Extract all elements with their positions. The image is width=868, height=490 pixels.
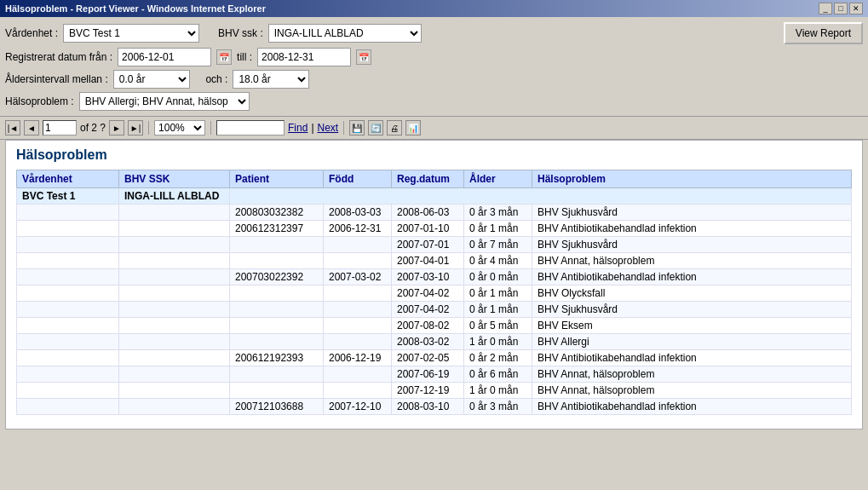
close-button[interactable]: ✕ xyxy=(849,3,863,14)
cell-fodd xyxy=(324,285,392,302)
calendar-from-icon[interactable]: 📅 xyxy=(216,49,232,65)
cell-regdatum: 2007-12-19 xyxy=(392,383,464,399)
bhvssk-select[interactable]: INGA-LILL ALBLAD xyxy=(268,24,422,43)
report-table: Vårdenhet BHV SSK Patient Född Reg.datum… xyxy=(16,170,852,415)
cell-alder: 0 år 4 mån xyxy=(464,253,532,269)
cell-patient xyxy=(230,334,324,350)
alder-och-label: och : xyxy=(205,73,227,85)
cell-vardenhet xyxy=(17,399,119,415)
cell-bhvssk xyxy=(119,285,230,302)
cell-regdatum: 2007-08-02 xyxy=(392,318,464,334)
cell-vardenhet xyxy=(17,383,119,399)
cell-bhvssk xyxy=(119,253,230,269)
cell-alder: 1 år 0 mån xyxy=(464,334,532,350)
report-title: Hälsoproblem xyxy=(16,147,852,163)
cell-fodd xyxy=(324,366,392,383)
cell-bhvssk xyxy=(119,221,230,237)
cell-halsoproblem: BHV Olycksfall xyxy=(532,285,852,302)
cell-halsoproblem: BHV Sjukhusvård xyxy=(532,302,852,318)
cell-regdatum: 2007-06-19 xyxy=(392,366,464,383)
cell-vardenhet xyxy=(17,237,119,253)
cell-fodd: 2007-03-02 xyxy=(324,269,392,285)
col-header-regdatum: Reg.datum xyxy=(392,170,464,188)
find-input[interactable] xyxy=(216,120,285,135)
window-title: Hälsoproblem - Report Viewer - Windows I… xyxy=(5,3,266,14)
reg-datum-till-input[interactable] xyxy=(257,48,351,66)
cell-bhvssk xyxy=(119,366,230,383)
cell-regdatum: 2007-02-05 xyxy=(392,350,464,366)
cell-alder: 0 år 6 mån xyxy=(464,366,532,383)
table-row: 2007-04-02 0 år 1 mån BHV Sjukhusvård xyxy=(17,302,852,318)
cell-vardenhet xyxy=(17,350,119,366)
cell-bhvssk xyxy=(119,269,230,285)
cell-patient xyxy=(230,285,324,302)
cell-bhvssk xyxy=(119,318,230,334)
export-button[interactable]: 💾 xyxy=(349,120,365,135)
prev-page-button[interactable]: ◄ xyxy=(24,120,39,135)
find-separator: | xyxy=(311,122,313,134)
cell-fodd: 2007-12-10 xyxy=(324,399,392,415)
cell-bhvssk xyxy=(119,302,230,318)
cell-halsoproblem: BHV Allergi xyxy=(532,334,852,350)
view-report-button[interactable]: View Report xyxy=(784,22,863,44)
spreadsheet-button[interactable]: 📊 xyxy=(405,120,421,135)
table-row: 200803032382 2008-03-03 2008-06-03 0 år … xyxy=(17,205,852,221)
cell-halsoproblem: BHV Sjukhusvård xyxy=(532,237,852,253)
separator-1 xyxy=(148,121,149,135)
table-row: 2007-08-02 0 år 5 mån BHV Eksem xyxy=(17,318,852,334)
cell-fodd xyxy=(324,237,392,253)
cell-regdatum: 2007-01-10 xyxy=(392,221,464,237)
vardenhet-select[interactable]: BVC Test 1 xyxy=(63,24,199,43)
cell-fodd: 2008-03-03 xyxy=(324,205,392,221)
vardenhet-label: Vårdenhet : xyxy=(5,27,58,39)
separator-3 xyxy=(343,121,344,135)
halsoproblem-select[interactable]: BHV Allergi; BHV Annat, hälsop xyxy=(79,92,250,111)
cell-alder: 0 år 1 mån xyxy=(464,221,532,237)
table-row: 2007-04-01 0 år 4 mån BHV Annat, hälsopr… xyxy=(17,253,852,269)
cell-halsoproblem: BHV Sjukhusvård xyxy=(532,205,852,221)
cell-bhvssk xyxy=(119,237,230,253)
col-header-halsoproblem: Hälsoproblem xyxy=(532,170,852,188)
report-scroll[interactable]: Hälsoproblem Vårdenhet BHV SSK Patient F… xyxy=(6,141,862,429)
table-row: 200703022392 2007-03-02 2007-03-10 0 år … xyxy=(17,269,852,285)
cell-halsoproblem: BHV Antibiotikabehandlad infektion xyxy=(532,269,852,285)
toolbar: |◄ ◄ of 2 ? ► ►| 100% Find | Next 💾 🔄 🖨 … xyxy=(0,116,868,140)
table-row: 2008-03-02 1 år 0 mån BHV Allergi xyxy=(17,334,852,350)
print-button[interactable]: 🖨 xyxy=(387,120,402,135)
table-row: 200612312397 2006-12-31 2007-01-10 0 år … xyxy=(17,221,852,237)
alder-from-select[interactable]: 0.0 år xyxy=(113,70,190,89)
refresh-button[interactable]: 🔄 xyxy=(368,120,383,135)
cell-halsoproblem: BHV Annat, hälsoproblem xyxy=(532,253,852,269)
find-label[interactable]: Find xyxy=(288,122,308,134)
cell-regdatum: 2007-04-02 xyxy=(392,302,464,318)
cell-fodd xyxy=(324,334,392,350)
minimize-button[interactable]: _ xyxy=(819,3,832,14)
cell-alder: 0 år 1 mån xyxy=(464,302,532,318)
zoom-select[interactable]: 100% xyxy=(154,120,205,135)
cell-bhvssk xyxy=(119,334,230,350)
cell-alder: 0 år 7 mån xyxy=(464,237,532,253)
calendar-till-icon[interactable]: 📅 xyxy=(356,49,371,65)
table-row: 2007-04-02 0 år 1 mån BHV Olycksfall xyxy=(17,285,852,302)
table-row: 200712103688 2007-12-10 2008-03-10 0 år … xyxy=(17,399,852,415)
maximize-button[interactable]: □ xyxy=(834,3,848,14)
alder-till-select[interactable]: 18.0 år xyxy=(233,70,309,89)
page-of-text: of 2 ? xyxy=(80,122,106,134)
next-page-button[interactable]: ► xyxy=(109,120,124,135)
cell-patient xyxy=(230,318,324,334)
cell-regdatum: 2008-03-02 xyxy=(392,334,464,350)
cell-bhvssk xyxy=(119,383,230,399)
col-header-patient: Patient xyxy=(230,170,324,188)
col-header-fodd: Född xyxy=(324,170,392,188)
cell-patient: 200712103688 xyxy=(230,399,324,415)
last-page-button[interactable]: ►| xyxy=(128,120,143,135)
cell-vardenhet xyxy=(17,302,119,318)
reg-datum-from-input[interactable] xyxy=(118,48,211,66)
next-label[interactable]: Next xyxy=(318,122,339,134)
cell-halsoproblem: BHV Eksem xyxy=(532,318,852,334)
form-row-1: Vårdenhet : BVC Test 1 BHV ssk : INGA-LI… xyxy=(5,22,863,44)
halsoproblem-label: Hälsoproblem : xyxy=(5,95,74,107)
first-page-button[interactable]: |◄ xyxy=(5,120,20,135)
title-bar-buttons: _ □ ✕ xyxy=(819,3,863,14)
page-number-input[interactable] xyxy=(43,120,77,135)
